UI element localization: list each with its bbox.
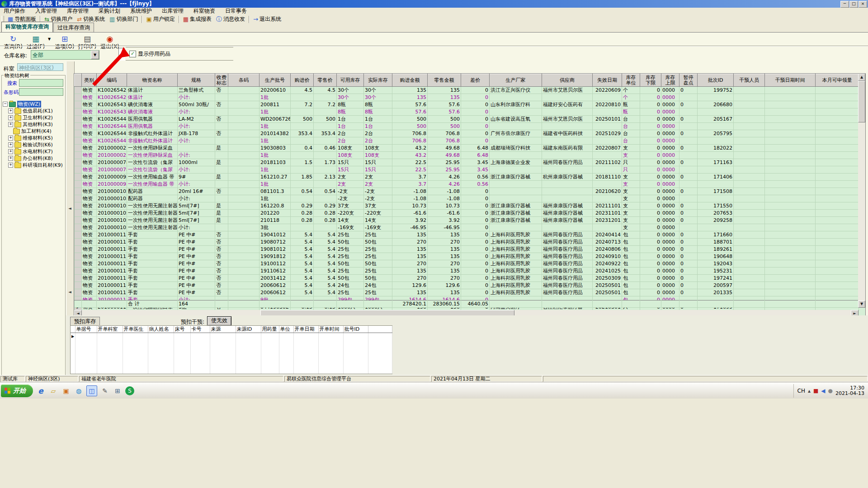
- chevron-up-icon[interactable]: ▴: [808, 388, 811, 394]
- expand-icon[interactable]: +: [8, 136, 13, 141]
- menu-item-3[interactable]: 采购计划: [95, 7, 127, 15]
- table-row[interactable]: 物资2010000078一次性引流袋（集尿1000ml是201811031.51…: [75, 159, 859, 166]
- table-row[interactable]: 物资K100265449非接触式红外体温计JXB-178否20101438235…: [75, 130, 859, 137]
- menu-item-0[interactable]: 用户操作: [0, 7, 32, 15]
- capture-icon[interactable]: ◫: [86, 385, 97, 396]
- column-header-5[interactable]: 条码: [228, 74, 259, 87]
- column-header-18[interactable]: 库存 下限: [640, 74, 661, 87]
- column-header-2[interactable]: 物资名称: [127, 74, 178, 87]
- app-logo-icon[interactable]: S: [125, 386, 134, 395]
- close-button[interactable]: ×: [859, 1, 867, 8]
- column-header-19[interactable]: 库存 上限: [661, 74, 679, 87]
- filter-dropdown-arrow[interactable]: ▼: [48, 37, 51, 41]
- column-header-4[interactable]: 收费 标志: [215, 74, 228, 87]
- tree-item-7[interactable]: +办公材料(K8): [3, 155, 64, 162]
- tab-prewithhold-stock[interactable]: 预扣库存: [70, 317, 100, 326]
- tree-item-6[interactable]: +水电材料(K7): [3, 148, 64, 155]
- table-row[interactable]: 物资2010000023一次性使用静脉采血是190308030.40.46108…: [75, 145, 859, 152]
- minimize-button[interactable]: ─: [840, 1, 849, 8]
- expand-icon[interactable]: +: [8, 156, 13, 161]
- collapse-left-icon[interactable]: ◄: [68, 290, 71, 294]
- table-row[interactable]: 物资2010000105一次性使用无菌注射器小计:3批-169支-169支-46…: [75, 224, 859, 231]
- table-row[interactable]: 物资2010000105一次性使用无菌注射器5ml[7#]是2101180.28…: [75, 217, 859, 224]
- column-header-7[interactable]: 购进价: [291, 74, 314, 87]
- department-field[interactable]: 神经病区(3区): [17, 63, 63, 71]
- collapse-left-icon[interactable]: ◄: [68, 206, 71, 211]
- expand-icon[interactable]: +: [8, 122, 13, 127]
- table-row[interactable]: 物资2010000023一次性使用静脉采血小计:1批108支108支43.249…: [75, 152, 859, 159]
- table-row[interactable]: 物资2010000111手套PE 中#否200606125.45.424包24包…: [75, 282, 859, 289]
- recorder-icon[interactable]: ■: [813, 388, 818, 394]
- maximize-button[interactable]: □: [849, 1, 858, 8]
- menu-item-4[interactable]: 系统维护: [127, 7, 158, 15]
- column-header-8[interactable]: 零售价: [314, 74, 337, 87]
- table-row[interactable]: 物资2010000111手套PE 中#否191001125.45.450包50包…: [75, 260, 859, 267]
- prewithhold-column-3[interactable]: 病人姓名: [148, 326, 174, 333]
- prewithhold-column-6[interactable]: 来源: [210, 326, 236, 333]
- globe-icon[interactable]: ◍: [74, 386, 84, 396]
- scroll-down-icon[interactable]: ▼: [858, 300, 865, 308]
- column-header-11[interactable]: 购进金额: [392, 74, 428, 87]
- table-row[interactable]: 物资2010000102配药器小计:1批-2支-2支-1.08-1.080支00…: [75, 195, 859, 202]
- prewithhold-column-8[interactable]: 用药量: [261, 326, 279, 333]
- column-header-13[interactable]: 差价: [461, 74, 490, 87]
- scroll-up-icon[interactable]: ▲: [858, 74, 865, 81]
- table-row[interactable]: 物资K100265444医用供氧器小计:1批1台1台5005000台00000: [75, 123, 859, 130]
- expand-icon[interactable]: +: [8, 142, 13, 147]
- prewithhold-column-0[interactable]: 单据号: [75, 326, 97, 333]
- toolbar-button-5[interactable]: ▦集成报表: [181, 15, 214, 23]
- table-row[interactable]: 物资K100265437碘伏消毒液小计:1批8瓶8瓶57.657.60瓶0000…: [75, 108, 859, 116]
- table-row[interactable]: 物资2010000105一次性使用无菌注射器5ml[7#]是2012200.28…: [75, 210, 859, 217]
- prewithhold-column-11[interactable]: 开单时间: [318, 326, 343, 333]
- table-row[interactable]: 物资K100265437碘伏消毒液500ml 30瓶/否2008117.27.2…: [75, 101, 859, 108]
- table-row[interactable]: 物资2010000111手套PE 中#否200606125.45.425包25包…: [75, 289, 859, 296]
- expand-icon[interactable]: +: [8, 149, 13, 154]
- column-header-12[interactable]: 零售金额: [428, 74, 461, 87]
- media-icon[interactable]: ▣: [61, 386, 71, 396]
- ie-icon[interactable]: e: [36, 386, 46, 396]
- calculator-icon[interactable]: ⊞: [113, 386, 123, 396]
- table-row[interactable]: 物资K100265444医用供氧器LA-M2否WD20067265005001台…: [75, 116, 859, 123]
- column-header-22[interactable]: 干预人员: [734, 74, 765, 87]
- menu-item-5[interactable]: 出库管理: [158, 7, 190, 15]
- scrollbar-thumb[interactable]: [858, 81, 865, 122]
- column-header-21[interactable]: 批次ID: [698, 74, 734, 87]
- tree-item-4[interactable]: +维修材料(K5): [3, 135, 64, 141]
- make-invalid-button[interactable]: 使无效: [207, 316, 231, 326]
- prewithhold-column-4[interactable]: 床号: [174, 326, 190, 333]
- tree-item-1[interactable]: +卫生材料(K2): [3, 114, 64, 121]
- language-indicator[interactable]: CH: [797, 388, 805, 394]
- prewithhold-column-7[interactable]: 来源ID: [236, 326, 261, 333]
- prewithhold-column-5[interactable]: 卡号: [190, 326, 210, 333]
- notepad-icon[interactable]: ✎: [100, 386, 110, 396]
- table-row[interactable]: 物资2010000105一次性使用无菌注射器5ml[7#]是161220.80.…: [75, 202, 859, 210]
- table-row[interactable]: 物资K100265421体温计小计:1批30个30个1351350个00000: [75, 94, 859, 101]
- barcode-input[interactable]: [19, 88, 63, 96]
- toolbar-button-6[interactable]: ⓘ消息收发: [214, 15, 247, 23]
- column-header-15[interactable]: 供应商: [542, 74, 593, 87]
- menu-item-6[interactable]: 科室物资: [190, 7, 222, 15]
- collapse-icon[interactable]: −: [3, 102, 8, 107]
- column-header-24[interactable]: 本月可申领量: [816, 74, 859, 87]
- toolbar-button-4[interactable]: ▣用户锁定: [144, 15, 177, 23]
- expand-icon[interactable]: +: [8, 163, 13, 168]
- column-header-6[interactable]: 生产批号: [259, 74, 291, 87]
- expand-icon[interactable]: +: [8, 108, 13, 113]
- column-header-10[interactable]: 实际库存: [364, 74, 392, 87]
- column-header-16[interactable]: 失效日期: [593, 74, 622, 87]
- table-row[interactable]: 物资2010000111手套PE 中#否190807125.45.450包50包…: [75, 239, 859, 246]
- tree-item-5[interactable]: +检验试剂(K6): [3, 141, 64, 148]
- column-header-9[interactable]: 可用库存: [337, 74, 364, 87]
- prewithhold-column-1[interactable]: 开单科室: [97, 326, 123, 333]
- table-row[interactable]: 物资2010000111手套PE 中#否190410125.45.425包25包…: [75, 231, 859, 239]
- table-row[interactable]: 物资2010000093一次性使用输血器 带小计:1批2支2支3.74.260.…: [75, 181, 859, 188]
- tree-item-2[interactable]: +其他材料(K3): [3, 121, 64, 128]
- tab-0[interactable]: 科室物资库存查询: [1, 22, 53, 32]
- disk-icon[interactable]: ●: [828, 388, 833, 394]
- prewithhold-column-10[interactable]: 开单日期: [293, 326, 318, 333]
- prewithhold-column-2[interactable]: 开单医生: [123, 326, 148, 333]
- search-input[interactable]: [19, 79, 63, 87]
- query-button-1[interactable]: ▦过滤(F): [25, 35, 46, 51]
- table-row[interactable]: 物资K100265449非接触式红外体温计小计:1批2台2台706.8706.8…: [75, 137, 859, 145]
- column-header-17[interactable]: 库存 单位: [622, 74, 640, 87]
